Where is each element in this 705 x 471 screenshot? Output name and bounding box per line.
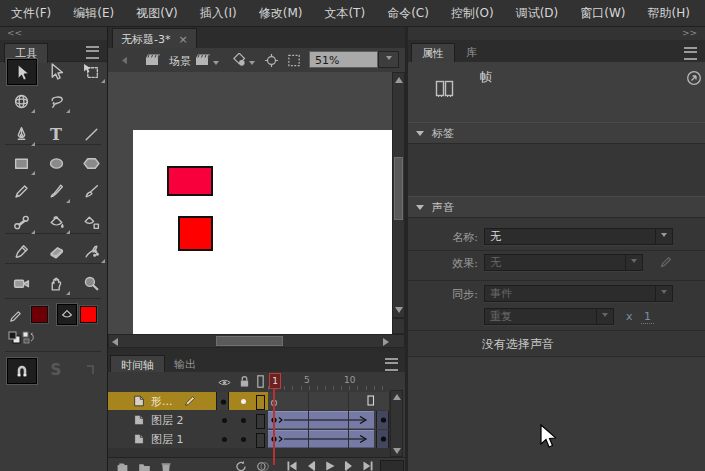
tab-properties[interactable]: 属性 xyxy=(411,43,455,63)
layer-outline-swatch[interactable] xyxy=(256,414,265,429)
tool-pencil[interactable] xyxy=(6,178,36,204)
menu-item-edit[interactable]: 编辑(E) xyxy=(73,5,114,22)
layer-outline-swatch[interactable] xyxy=(256,395,265,410)
tool-ink-bottle[interactable] xyxy=(76,209,106,235)
layer-row-2[interactable]: 图层 2 xyxy=(108,411,390,429)
new-folder-icon[interactable] xyxy=(138,461,151,471)
go-to-first-frame-icon[interactable] xyxy=(286,460,298,471)
tool-3d-rotation[interactable] xyxy=(6,88,36,114)
go-to-last-frame-icon[interactable] xyxy=(362,460,374,471)
menu-item-modify[interactable]: 修改(M) xyxy=(259,5,303,22)
fill-color-swatch[interactable] xyxy=(80,306,97,323)
section-sound[interactable]: 声音 xyxy=(408,196,705,218)
layer-visible-dot[interactable] xyxy=(222,418,227,423)
section-label[interactable]: 标签 xyxy=(408,122,705,144)
swap-colors-button[interactable] xyxy=(22,331,36,344)
collapse-panel-button[interactable]: << xyxy=(0,27,107,40)
edit-symbol-caret-icon[interactable] xyxy=(249,61,255,68)
stroke-color-swatch[interactable] xyxy=(31,306,48,323)
tool-lasso[interactable] xyxy=(41,88,71,114)
collapse-panel-button[interactable]: >> xyxy=(408,27,705,40)
canvas-hscroll-thumb[interactable] xyxy=(216,336,283,346)
tool-polystar[interactable] xyxy=(76,150,106,176)
panel-menu-icon[interactable] xyxy=(684,47,697,60)
menu-item-control[interactable]: 控制(O) xyxy=(451,5,494,22)
edit-scene-caret-icon[interactable] xyxy=(213,61,219,68)
menu-item-debug[interactable]: 调试(D) xyxy=(516,5,559,22)
layer-row-1[interactable]: 图层 1 xyxy=(108,430,390,448)
tool-bone[interactable] xyxy=(6,209,36,235)
outline-all-icon[interactable] xyxy=(257,375,264,388)
layer-name-area[interactable]: 形... xyxy=(108,392,268,410)
menu-item-view[interactable]: 视图(V) xyxy=(136,5,178,22)
menu-item-insert[interactable]: 插入(I) xyxy=(200,5,237,22)
document-tab[interactable]: 无标题-3* × xyxy=(112,28,197,49)
tool-eraser[interactable] xyxy=(41,238,71,264)
menu-item-help[interactable]: 帮助(H) xyxy=(648,5,690,22)
timeline-panel-menu-icon[interactable] xyxy=(385,358,398,371)
playhead-line[interactable] xyxy=(273,389,275,465)
lock-all-icon[interactable] xyxy=(239,375,250,388)
motion-tween-span[interactable] xyxy=(268,430,374,448)
canvas-pasteboard[interactable] xyxy=(108,72,393,334)
tool-pen[interactable] xyxy=(6,121,36,147)
repeat-times-value[interactable]: 1 xyxy=(641,310,654,324)
tool-deco-spray[interactable] xyxy=(76,238,106,264)
stage-rectangle-bottom[interactable] xyxy=(178,216,213,251)
default-colors-button[interactable] xyxy=(8,331,20,343)
menu-item-text[interactable]: 文本(T) xyxy=(324,5,365,22)
loop-icon[interactable] xyxy=(234,460,248,471)
timeline-vscrollbar[interactable] xyxy=(390,390,403,457)
step-forward-icon[interactable] xyxy=(343,460,355,471)
layer-lock-dot[interactable] xyxy=(241,418,246,423)
new-layer-icon[interactable] xyxy=(116,461,129,471)
fill-color-target-button[interactable] xyxy=(56,303,78,326)
zoom-dropdown-button[interactable] xyxy=(378,51,399,68)
tool-brush[interactable] xyxy=(41,178,71,204)
layer-row-shape[interactable]: 形... xyxy=(108,392,390,410)
close-icon[interactable]: × xyxy=(178,33,187,46)
menu-item-command[interactable]: 命令(C) xyxy=(387,5,429,22)
layer-frames[interactable] xyxy=(268,392,390,410)
play-icon[interactable] xyxy=(324,460,336,471)
back-arrow-icon[interactable] xyxy=(118,54,131,67)
tool-free-transform[interactable] xyxy=(76,58,106,84)
tool-zoom[interactable] xyxy=(76,270,106,296)
timeline-ruler[interactable]: 5 10 xyxy=(268,372,390,392)
step-back-icon[interactable] xyxy=(305,460,317,471)
motion-tween-span[interactable] xyxy=(268,411,374,429)
tool-oval[interactable] xyxy=(41,150,71,176)
layer-lock-dot[interactable] xyxy=(241,399,246,404)
tool-eyedropper[interactable] xyxy=(6,238,36,264)
menu-item-window[interactable]: 窗口(W) xyxy=(580,5,625,22)
clip-content-icon[interactable] xyxy=(286,53,302,68)
tool-text[interactable]: T xyxy=(41,121,71,147)
tool-subselection[interactable] xyxy=(41,58,71,84)
layer-name-area[interactable]: 图层 1 xyxy=(108,430,268,448)
tool-camera[interactable] xyxy=(6,270,36,296)
canvas-vscroll-thumb[interactable] xyxy=(394,157,403,220)
onion-skin-icon[interactable] xyxy=(256,460,270,471)
stage[interactable] xyxy=(133,130,393,334)
zoom-level-input[interactable]: 51% xyxy=(309,51,378,68)
layer-lock-dot[interactable] xyxy=(241,437,246,442)
layer-name-area[interactable]: 图层 2 xyxy=(108,411,268,429)
layer-visible-dot[interactable] xyxy=(222,437,227,442)
layer-outline-swatch[interactable] xyxy=(256,433,265,448)
edit-symbol-icon[interactable] xyxy=(231,53,247,68)
tool-hand[interactable] xyxy=(41,270,71,296)
center-frame-icon[interactable] xyxy=(264,53,279,68)
option-snap-magnet[interactable] xyxy=(6,357,38,385)
tool-selection[interactable] xyxy=(6,58,38,86)
canvas-hscrollbar[interactable] xyxy=(108,334,405,348)
stage-rectangle-top[interactable] xyxy=(167,166,213,196)
tool-line[interactable] xyxy=(76,121,106,147)
menu-item-file[interactable]: 文件(F) xyxy=(11,5,51,22)
tool-paintbrush[interactable] xyxy=(76,178,106,204)
layer-frames[interactable] xyxy=(268,430,390,448)
edit-scene-icon[interactable] xyxy=(194,52,212,68)
canvas-vscrollbar[interactable] xyxy=(392,72,405,318)
layer-frames[interactable] xyxy=(268,411,390,429)
sound-name-dropdown[interactable]: 无 xyxy=(484,228,673,245)
keyframe-cell[interactable] xyxy=(376,430,389,448)
